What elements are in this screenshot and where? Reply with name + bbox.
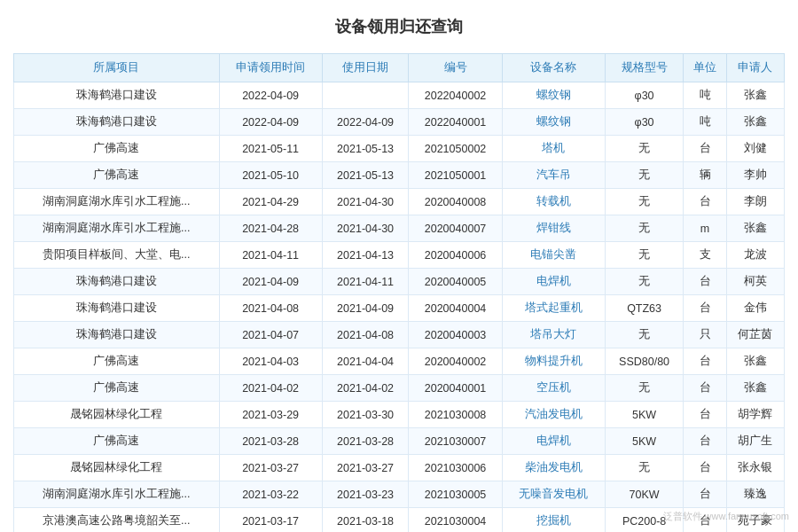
cell-3: 2020040004 <box>409 295 502 322</box>
cell-3: 2020040003 <box>409 322 502 348</box>
table-row: 广佛高速2021-04-022021-04-022020040001空压机无台张… <box>14 375 785 402</box>
cell-6: 吨 <box>684 109 726 136</box>
device-name-link[interactable]: 电焊机 <box>536 434 571 447</box>
cell-7: 龙波 <box>726 242 784 269</box>
cell-4[interactable]: 挖掘机 <box>502 508 605 533</box>
cell-2 <box>322 82 409 109</box>
cell-6: 台 <box>684 375 726 402</box>
cell-4[interactable]: 螺纹钢 <box>502 82 605 109</box>
cell-6: 只 <box>684 322 726 348</box>
table-row: 珠海鹤港口建设2021-04-072021-04-082020040003塔吊大… <box>14 322 785 348</box>
cell-6: 辆 <box>684 162 726 189</box>
device-name-link[interactable]: 汽油发电机 <box>525 408 583 420</box>
cell-4[interactable]: 空压机 <box>502 375 605 402</box>
cell-5: 无 <box>605 162 684 189</box>
cell-4[interactable]: 汽油发电机 <box>502 402 605 428</box>
table-row: 广佛高速2021-04-032021-04-042020040002物料提升机S… <box>14 348 785 375</box>
device-name-link[interactable]: 电锚尖凿 <box>530 248 576 261</box>
device-name-link[interactable]: 无噪音发电机 <box>519 488 588 500</box>
cell-4[interactable]: 物料提升机 <box>502 348 605 375</box>
cell-4[interactable]: 电锚尖凿 <box>502 242 605 269</box>
cell-3: 2021030007 <box>409 428 502 455</box>
cell-4[interactable]: 焊钳线 <box>502 215 605 242</box>
cell-4[interactable]: 电焊机 <box>502 269 605 295</box>
device-name-link[interactable]: 电焊机 <box>536 275 571 287</box>
cell-3: 2020040006 <box>409 242 502 269</box>
cell-2: 2021-03-27 <box>322 455 409 481</box>
table-row: 广佛高速2021-03-282021-03-282021030007电焊机5KW… <box>14 428 785 455</box>
device-name-link[interactable]: 螺纹钢 <box>536 115 571 128</box>
cell-3: 2020040007 <box>409 215 502 242</box>
cell-4[interactable]: 塔式起重机 <box>502 295 605 322</box>
cell-4[interactable]: 塔吊大灯 <box>502 322 605 348</box>
column-header: 使用日期 <box>322 54 409 82</box>
cell-7: 张永银 <box>726 455 784 481</box>
cell-7: 张鑫 <box>726 348 784 375</box>
device-name-link[interactable]: 物料提升机 <box>525 355 583 367</box>
cell-0: 湖南洞庭湖水库引水工程施... <box>14 215 220 242</box>
cell-5: 无 <box>605 215 684 242</box>
cell-3: 2021030004 <box>409 508 502 533</box>
table-row: 湖南洞庭湖水库引水工程施...2021-04-292021-04-3020200… <box>14 189 785 215</box>
device-name-link[interactable]: 塔吊大灯 <box>530 328 576 340</box>
cell-0: 珠海鹤港口建设 <box>14 322 220 348</box>
cell-5: 无 <box>605 455 684 481</box>
watermark: 泛普软件 www.fanpusoft.com <box>663 510 789 523</box>
watermark-text: 泛普软件 www.fanpusoft.com <box>663 511 789 521</box>
cell-2: 2021-04-08 <box>322 322 409 348</box>
cell-2: 2021-03-30 <box>322 402 409 428</box>
cell-4[interactable]: 电焊机 <box>502 428 605 455</box>
cell-6: 台 <box>684 269 726 295</box>
cell-5: 无 <box>605 242 684 269</box>
table-row: 湖南洞庭湖水库引水工程施...2021-04-282021-04-3020200… <box>14 215 785 242</box>
cell-0: 广佛高速 <box>14 375 220 402</box>
cell-0: 晟铭园林绿化工程 <box>14 402 220 428</box>
cell-5: φ30 <box>605 109 684 136</box>
cell-1: 2021-04-08 <box>219 295 322 322</box>
cell-4[interactable]: 螺纹钢 <box>502 109 605 136</box>
cell-7: 金伟 <box>726 295 784 322</box>
cell-4[interactable]: 汽车吊 <box>502 162 605 189</box>
cell-2: 2021-05-13 <box>322 136 409 162</box>
cell-5: 5KW <box>605 428 684 455</box>
cell-4[interactable]: 柴油发电机 <box>502 455 605 481</box>
cell-0: 广佛高速 <box>14 428 220 455</box>
device-name-link[interactable]: 柴油发电机 <box>525 461 583 473</box>
column-header: 申请领用时间 <box>219 54 322 82</box>
device-name-link[interactable]: 转载机 <box>536 195 571 207</box>
cell-3: 2021030008 <box>409 402 502 428</box>
header-row: 所属项目申请领用时间使用日期编号设备名称规格型号单位申请人 <box>14 54 785 82</box>
page-title: 设备领用归还查询 <box>13 9 785 44</box>
cell-4[interactable]: 无噪音发电机 <box>502 481 605 508</box>
table-row: 湖南洞庭湖水库引水工程施...2021-03-222021-03-2320210… <box>14 481 785 508</box>
cell-2: 2021-03-28 <box>322 428 409 455</box>
cell-2: 2021-04-09 <box>322 295 409 322</box>
cell-0: 晟铭园林绿化工程 <box>14 455 220 481</box>
cell-2: 2021-04-30 <box>322 189 409 215</box>
device-name-link[interactable]: 挖掘机 <box>536 514 571 527</box>
cell-5: 无 <box>605 375 684 402</box>
cell-6: 台 <box>684 136 726 162</box>
cell-6: m <box>684 215 726 242</box>
cell-2: 2021-05-13 <box>322 162 409 189</box>
cell-2: 2021-04-11 <box>322 269 409 295</box>
cell-0: 京港澳高速公路粤境韶关至... <box>14 508 220 533</box>
column-header: 申请人 <box>726 54 784 82</box>
cell-3: 2020040001 <box>409 375 502 402</box>
cell-1: 2021-03-17 <box>219 508 322 533</box>
cell-6: 台 <box>684 295 726 322</box>
device-name-link[interactable]: 焊钳线 <box>536 222 571 234</box>
device-name-link[interactable]: 空压机 <box>536 381 571 394</box>
cell-0: 珠海鹤港口建设 <box>14 295 220 322</box>
cell-7: 柯英 <box>726 269 784 295</box>
cell-3: 2020040002 <box>409 348 502 375</box>
device-name-link[interactable]: 塔机 <box>542 142 565 154</box>
cell-4[interactable]: 转载机 <box>502 189 605 215</box>
device-name-link[interactable]: 螺纹钢 <box>536 89 571 101</box>
device-name-link[interactable]: 塔式起重机 <box>525 301 583 314</box>
device-name-link[interactable]: 汽车吊 <box>536 168 571 181</box>
cell-4[interactable]: 塔机 <box>502 136 605 162</box>
cell-1: 2022-04-09 <box>219 82 322 109</box>
cell-7: 何芷茵 <box>726 322 784 348</box>
cell-1: 2021-04-11 <box>219 242 322 269</box>
